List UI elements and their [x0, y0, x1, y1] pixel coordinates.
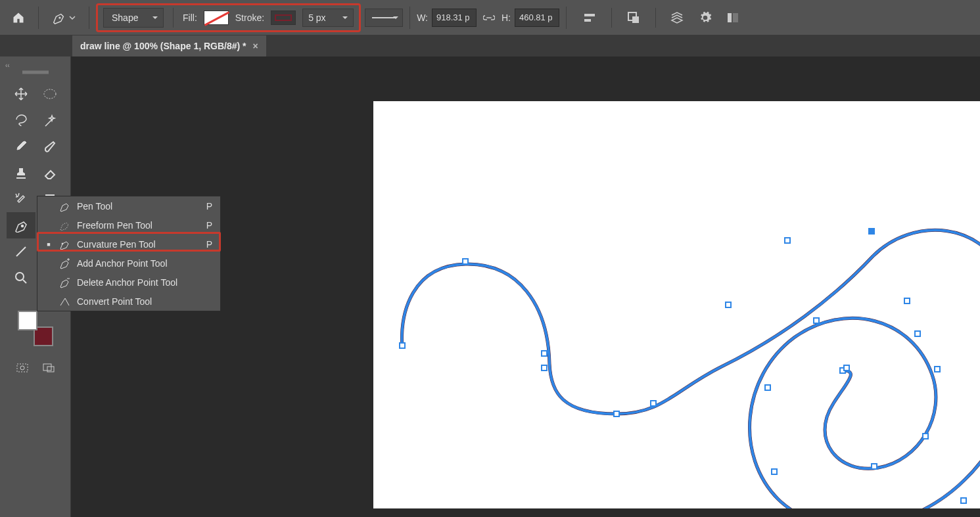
stroke-label: Stroke:	[235, 12, 264, 23]
svg-point-19	[62, 243, 63, 244]
quick-mask-button[interactable]	[14, 359, 31, 376]
close-tab-button[interactable]: ×	[253, 41, 258, 51]
flyout-item-curvature-pen[interactable]: ■Curvature Pen ToolP	[37, 235, 220, 254]
path-operations-button[interactable]	[625, 9, 642, 26]
anchor-point[interactable]	[399, 342, 406, 349]
align-edges-button[interactable]	[581, 9, 598, 26]
tool-preset-picker[interactable]	[45, 6, 82, 30]
zoom-tool[interactable]	[7, 265, 35, 291]
anchor-point[interactable]	[613, 411, 620, 417]
document-tab[interactable]: draw line @ 100% (Shape 1, RGB/8#) * ×	[72, 35, 266, 56]
anchor-point[interactable]	[725, 302, 732, 308]
document-tab-bar: draw line @ 100% (Shape 1, RGB/8#) * ×	[0, 35, 980, 56]
anchor-point[interactable]	[843, 365, 850, 371]
gear-button[interactable]	[697, 9, 714, 26]
svg-point-13	[16, 273, 24, 281]
wand-icon	[43, 113, 57, 127]
anchor-point[interactable]	[650, 400, 657, 407]
flyout-item-convert-point[interactable]: Convert Point Tool	[37, 292, 220, 311]
move-icon	[14, 87, 28, 101]
flyout-item-add-anchor[interactable]: Add Anchor Point Tool	[37, 254, 220, 273]
width-field[interactable]	[432, 9, 477, 27]
align-icon	[583, 11, 596, 24]
flyout-label: Freeform Pen Tool	[77, 220, 200, 231]
pen-tool-flyout: Pen ToolP Freeform Pen ToolP ■Curvature …	[37, 196, 221, 311]
extra-options-button[interactable]	[724, 9, 741, 26]
eyedropper-tool[interactable]	[7, 133, 35, 160]
brush-tool[interactable]	[35, 133, 64, 160]
anchor-point[interactable]	[764, 384, 771, 391]
anchor-point[interactable]	[541, 350, 548, 357]
lasso-tool[interactable]	[7, 107, 35, 133]
svg-point-10	[44, 89, 56, 99]
width-label: W:	[417, 12, 428, 23]
line-icon	[14, 244, 28, 259]
healing-tool[interactable]	[7, 186, 35, 212]
svg-rect-18	[47, 367, 54, 372]
link-dimensions-button[interactable]	[480, 11, 498, 24]
eraser-icon	[43, 166, 57, 180]
convert-point-icon	[58, 296, 70, 307]
height-field[interactable]	[515, 9, 559, 27]
anchor-point[interactable]	[541, 365, 548, 371]
anchor-point[interactable]	[784, 237, 791, 244]
anchor-point[interactable]	[871, 463, 877, 470]
fill-label: Fill:	[183, 12, 197, 23]
svg-rect-4	[632, 16, 639, 23]
anchor-point[interactable]	[904, 298, 910, 304]
anchor-point[interactable]	[462, 258, 469, 265]
mask-icon	[16, 361, 29, 374]
flyout-item-delete-anchor[interactable]: Delete Anchor Point Tool	[37, 273, 220, 292]
add-anchor-icon	[58, 258, 70, 269]
arrange-icon	[670, 11, 685, 24]
anchor-point[interactable]	[914, 330, 921, 337]
tool-mode-dropdown[interactable]: Shape	[103, 8, 164, 28]
eraser-tool[interactable]	[35, 160, 64, 186]
anchor-point[interactable]	[813, 317, 820, 324]
home-button[interactable]	[5, 6, 32, 30]
pen-tool[interactable]	[7, 212, 35, 238]
flyout-item-pen[interactable]: Pen ToolP	[37, 196, 220, 215]
separator	[173, 8, 174, 28]
anchor-point[interactable]	[922, 433, 929, 439]
canvas[interactable]	[373, 101, 980, 508]
color-swatches[interactable]	[18, 311, 53, 346]
screen-mode-button[interactable]	[40, 359, 57, 376]
screen-icon	[42, 361, 55, 374]
height-label: H:	[502, 12, 511, 23]
line-tool[interactable]	[7, 238, 35, 265]
stroke-swatch[interactable]	[271, 11, 296, 25]
marquee-tool[interactable]	[35, 81, 64, 107]
stroke-style-dropdown[interactable]	[365, 9, 403, 27]
freeform-pen-icon	[58, 219, 70, 231]
svg-line-14	[23, 280, 26, 283]
magic-wand-tool[interactable]	[35, 107, 64, 133]
pen-icon	[14, 218, 28, 233]
anchor-point[interactable]	[934, 366, 941, 372]
svg-rect-6	[733, 13, 738, 22]
panel-grip[interactable]	[18, 70, 53, 77]
separator	[38, 7, 39, 29]
anchor-point[interactable]	[868, 228, 875, 235]
document-tab-title: draw line @ 100% (Shape 1, RGB/8#) *	[80, 41, 246, 51]
pen-icon	[52, 11, 66, 25]
flyout-label: Delete Anchor Point Tool	[77, 277, 206, 288]
anchor-point[interactable]	[960, 497, 967, 504]
options-bar: Shape Fill: Stroke: 5 px W: H:	[0, 0, 980, 35]
zoom-icon	[14, 271, 28, 285]
collapse-handle[interactable]: ‹‹	[5, 62, 10, 69]
stamp-tool[interactable]	[7, 160, 35, 186]
arrange-button[interactable]	[669, 9, 686, 26]
flyout-item-freeform-pen[interactable]: Freeform Pen ToolP	[37, 215, 220, 235]
stroke-width-field[interactable]: 5 px	[302, 9, 354, 27]
fill-swatch[interactable]	[204, 11, 229, 25]
link-icon	[483, 13, 495, 22]
curvature-pen-icon	[58, 238, 70, 250]
foreground-color[interactable]	[18, 311, 37, 330]
marquee-icon	[43, 87, 57, 101]
move-tool[interactable]	[7, 81, 35, 107]
shape-path[interactable]	[373, 101, 980, 508]
anchor-point[interactable]	[771, 468, 778, 475]
separator	[566, 7, 567, 29]
svg-rect-5	[728, 13, 732, 22]
